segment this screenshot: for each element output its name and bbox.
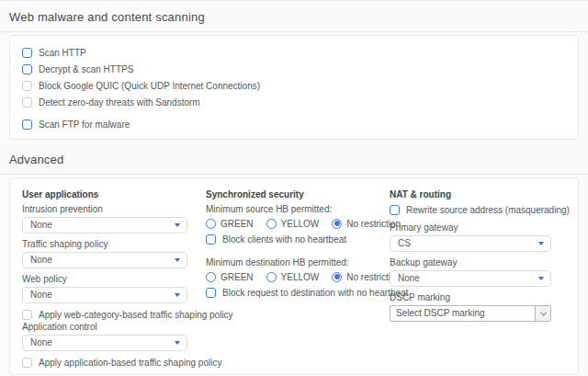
dscp-marking-value: Select DSCP marking <box>390 306 535 321</box>
synchronized-security-header: Synchronized security <box>206 189 390 200</box>
web-scanning-panel: Scan HTTP Decrypt & scan HTTPS Block Goo… <box>9 35 579 140</box>
web-category-shaping-checkbox <box>22 310 32 320</box>
primary-gateway-dropdown[interactable]: CS <box>390 235 551 252</box>
backup-gateway-field: Backup gateway None <box>390 257 570 287</box>
web-policy-label: Web policy <box>22 274 206 285</box>
block-quic-row: Block Google QUIC (Quick UDP Internet Co… <box>22 80 566 91</box>
block-request-destination-row[interactable]: Block request to destination with no hea… <box>206 287 390 298</box>
web-policy-dropdown[interactable]: None <box>22 287 187 303</box>
chevron-down-icon <box>539 309 546 315</box>
traffic-shaping-label: Traffic shaping policy <box>22 239 206 250</box>
scan-ftp-label: Scan FTP for malware <box>39 120 130 130</box>
radio-icon[interactable] <box>266 272 277 282</box>
radio-icon[interactable] <box>206 272 216 282</box>
synchronized-security-column: Synchronized security Minimum source HB … <box>206 189 390 368</box>
web-scanning-section-title: Web malware and content scanning <box>0 1 588 32</box>
application-control-label: Application control <box>22 322 206 333</box>
block-clients-checkbox[interactable] <box>206 234 216 245</box>
web-category-shaping-row: Apply web-category-based traffic shaping… <box>22 309 206 320</box>
masquerading-row[interactable]: Rewrite source address (masquerading) <box>390 204 570 215</box>
radio-selected-icon[interactable] <box>332 219 342 229</box>
radio-selected-icon[interactable] <box>332 272 342 282</box>
scan-ftp-checkbox[interactable] <box>22 120 32 130</box>
sandstorm-checkbox <box>22 97 32 108</box>
application-shaping-label: Apply application-based traffic shaping … <box>39 358 221 368</box>
caret-down-icon <box>175 258 180 262</box>
source-hb-green-label: GREEN <box>220 219 254 229</box>
user-applications-column: User applications Intrusion prevention N… <box>22 189 206 368</box>
sandstorm-label: Detect zero-day threats with Sandstorm <box>39 97 200 108</box>
application-shaping-checkbox <box>22 358 32 368</box>
destination-hb-radio-group: GREEN YELLOW No restriction <box>206 271 390 282</box>
caret-down-icon <box>175 223 180 227</box>
source-hb-yellow-label: YELLOW <box>281 219 320 229</box>
radio-icon[interactable] <box>266 219 277 229</box>
destination-hb-yellow-label: YELLOW <box>281 272 320 282</box>
page: Web malware and content scanning Scan HT… <box>0 1 588 375</box>
decrypt-https-label: Decrypt & scan HTTPS <box>39 64 133 74</box>
application-control-value: None <box>30 336 52 350</box>
backup-gateway-dropdown[interactable]: None <box>390 270 551 287</box>
web-policy-field: Web policy None <box>22 274 206 303</box>
decrypt-https-checkbox[interactable] <box>22 64 32 74</box>
scan-http-row[interactable]: Scan HTTP <box>22 47 566 58</box>
application-control-dropdown[interactable]: None <box>22 335 187 351</box>
destination-hb-green-option[interactable]: GREEN <box>206 272 254 282</box>
decrypt-https-row[interactable]: Decrypt & scan HTTPS <box>22 63 566 74</box>
min-destination-hb-label: Minimum destination HB permitted: <box>206 257 390 268</box>
intrusion-prevention-field: Intrusion prevention None <box>22 204 206 234</box>
masquerading-label: Rewrite source address (masquerading) <box>406 205 570 215</box>
block-request-destination-label: Block request to destination with no hea… <box>222 288 408 298</box>
traffic-shaping-dropdown[interactable]: None <box>22 252 187 268</box>
block-clients-label: Block clients with no heartbeat <box>222 234 346 245</box>
caret-down-icon <box>538 242 544 245</box>
advanced-section-title: Advanced <box>0 140 588 175</box>
block-quic-checkbox <box>22 81 32 91</box>
traffic-shaping-value: None <box>30 253 52 268</box>
caret-down-icon <box>538 277 544 280</box>
source-hb-radio-group: GREEN YELLOW No restriction <box>206 218 390 229</box>
nat-routing-column: NAT & routing Rewrite source address (ma… <box>390 189 570 368</box>
web-policy-value: None <box>30 288 52 302</box>
application-control-field: Application control None <box>22 322 206 351</box>
select-button[interactable] <box>535 306 550 321</box>
destination-hb-yellow-option[interactable]: YELLOW <box>266 272 320 282</box>
intrusion-prevention-label: Intrusion prevention <box>22 204 206 215</box>
block-clients-row[interactable]: Block clients with no heartbeat <box>206 234 390 245</box>
nat-routing-header: NAT & routing <box>390 189 570 200</box>
block-request-destination-checkbox[interactable] <box>206 288 216 298</box>
min-source-hb-label: Minimum source HB permitted: <box>206 204 390 215</box>
scan-ftp-row[interactable]: Scan FTP for malware <box>22 119 566 130</box>
source-hb-yellow-option[interactable]: YELLOW <box>266 219 320 229</box>
scan-http-label: Scan HTTP <box>39 48 86 58</box>
traffic-shaping-field: Traffic shaping policy None <box>22 239 206 268</box>
backup-gateway-label: Backup gateway <box>390 257 570 268</box>
advanced-panel: User applications Intrusion prevention N… <box>9 177 579 375</box>
dscp-marking-field: DSCP marking Select DSCP marking <box>390 292 570 322</box>
primary-gateway-value: CS <box>398 236 411 251</box>
dscp-marking-select[interactable]: Select DSCP marking <box>390 305 551 322</box>
destination-hb-green-label: GREEN <box>220 272 254 282</box>
primary-gateway-label: Primary gateway <box>390 222 570 234</box>
caret-down-icon <box>175 293 180 297</box>
block-quic-label: Block Google QUIC (Quick UDP Internet Co… <box>39 81 260 91</box>
primary-gateway-field: Primary gateway CS <box>390 222 570 252</box>
application-shaping-row: Apply application-based traffic shaping … <box>22 357 206 368</box>
source-hb-green-option[interactable]: GREEN <box>206 219 254 229</box>
user-applications-header: User applications <box>22 189 206 200</box>
dscp-marking-label: DSCP marking <box>390 292 570 303</box>
radio-icon[interactable] <box>206 219 216 229</box>
backup-gateway-value: None <box>398 271 420 286</box>
masquerading-checkbox[interactable] <box>390 205 400 215</box>
caret-down-icon <box>175 341 180 345</box>
web-category-shaping-label: Apply web-category-based traffic shaping… <box>39 310 233 320</box>
intrusion-prevention-dropdown[interactable]: None <box>22 217 187 234</box>
intrusion-prevention-value: None <box>30 218 52 233</box>
sandstorm-row: Detect zero-day threats with Sandstorm <box>22 97 566 108</box>
scan-http-checkbox[interactable] <box>22 48 32 58</box>
